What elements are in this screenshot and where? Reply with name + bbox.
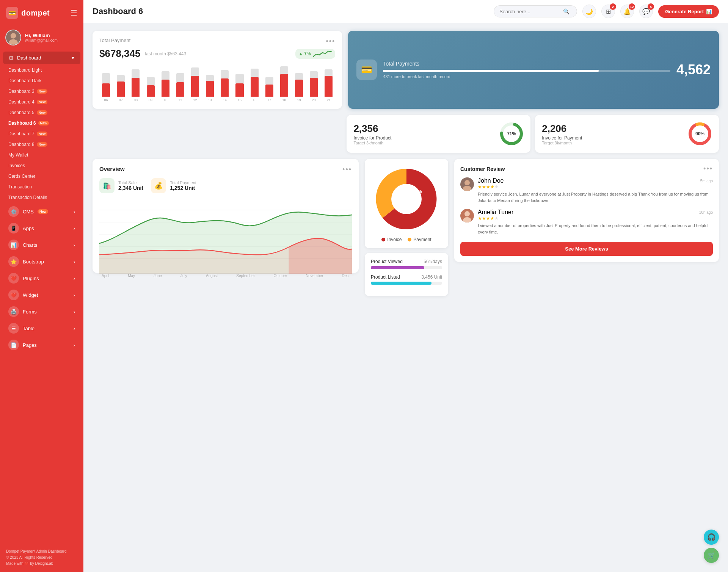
bar-group-2 <box>129 63 142 97</box>
sidebar-menu-pages[interactable]: 📄 Pages › <box>3 337 80 353</box>
footer-made-with: Made with ❤️ by DexignLab <box>6 561 77 567</box>
invoice-payment-sub: Target 3k/month <box>542 141 582 145</box>
amount-row: $678,345 last month $563,443 ▲ 7% <box>99 48 335 60</box>
nav-dashboard-label: Dashboard <box>17 55 41 61</box>
sidebar-item-dashboard-4[interactable]: Dashboard 4New <box>0 97 83 107</box>
product-viewed-fill <box>371 266 424 269</box>
nav-item-label: Dashboard 8 <box>8 142 35 147</box>
bar-label-13: 19 <box>292 98 306 102</box>
sidebar-menu-table[interactable]: ☰ Table › <box>3 320 80 336</box>
bar-red-11 <box>265 85 273 97</box>
product-listed-bar <box>371 282 442 285</box>
sidebar-menu-bootstrap[interactable]: ⭐ Bootstrap › <box>3 254 80 270</box>
support-float-button[interactable]: 🎧 <box>704 530 719 545</box>
theme-toggle-button[interactable]: 🌙 <box>582 5 596 18</box>
payment-dots-menu[interactable]: ••• <box>326 38 336 45</box>
sidebar-item-dashboard-dark[interactable]: Dashboard Dark <box>0 75 83 86</box>
svg-point-1 <box>11 33 16 38</box>
bar-red-10 <box>251 77 259 97</box>
sidebar-item-cards-center[interactable]: Cards Center <box>0 171 83 182</box>
chat-button[interactable]: 💬 5 <box>639 5 653 18</box>
hamburger-icon[interactable]: ☰ <box>71 8 77 17</box>
stat-payment-info: Total Payment 1,252 Unit <box>170 180 196 191</box>
bar-red-15 <box>325 76 333 97</box>
bar-red-9 <box>235 83 243 97</box>
sidebar-item-left: Dashboard 6New <box>8 121 49 126</box>
menu-left: 📊 Charts <box>8 240 37 250</box>
reviewer-text-1: Friendly service Josh, Lunar and everyon… <box>478 191 713 204</box>
footer-brand: Dompet Payment Admin Dashboard <box>6 548 77 555</box>
overview-card: Overview ••• 🛍️ Total Sale 2,346 Unit 💰 <box>93 159 359 273</box>
nav-item-label: Dashboard 7 <box>8 131 35 136</box>
sidebar-menu-cms[interactable]: ⚙️ CMS New › <box>3 204 80 219</box>
sidebar-item-dashboard-7[interactable]: Dashboard 7New <box>0 129 83 139</box>
sidebar-item-transaction-details[interactable]: Transaction Details <box>0 192 83 203</box>
invoice-payment-label: Invoice for Payment <box>542 135 582 141</box>
reviewer-name-1: John Doe <box>478 177 504 184</box>
product-viewed-value: 561/days <box>424 259 442 264</box>
badge-new: New <box>37 100 48 104</box>
invoice-payment-donut: 90% <box>688 122 712 146</box>
menu-icon: ❤️ <box>8 273 19 284</box>
sidebar-menu-charts[interactable]: 📊 Charts › <box>3 237 80 253</box>
sidebar-menu-widget[interactable]: ❤️ Widget › <box>3 287 80 303</box>
blue-stat-card: 💳 Total Payments 431 more to break last … <box>348 31 719 109</box>
user-profile: Hi, William william@gmail.com <box>0 26 83 51</box>
see-more-reviews-button[interactable]: See More Reviews <box>460 242 713 256</box>
sidebar-menu-plugins[interactable]: ❤️ Plugins › <box>3 270 80 286</box>
menu-icon: ❤️ <box>8 290 19 300</box>
menu-icon: ⭐ <box>8 256 19 267</box>
bar-label-12: 18 <box>278 98 291 102</box>
menu-icon: ⚙️ <box>8 206 19 217</box>
search-input[interactable] <box>499 9 560 14</box>
apps-button[interactable]: ⊞ 2 <box>601 5 615 18</box>
bar-red-3 <box>147 85 155 97</box>
sidebar-item-transaction[interactable]: Transaction <box>0 182 83 192</box>
reviewer-info-2: Amelia Tuner 10h ago ★★★★★ I viewed a nu… <box>478 209 713 235</box>
sidebar-item-left: Dashboard Dark <box>8 78 41 83</box>
bar-group-13 <box>292 63 306 97</box>
review-card: Customer Review ••• <box>454 159 719 262</box>
sidebar-item-invoices[interactable]: Invoices <box>0 160 83 171</box>
middle-column: 62% 38% Invoice Payment <box>365 159 448 296</box>
sidebar-item-dashboard-5[interactable]: Dashboard 5New <box>0 107 83 118</box>
product-listed-value: 3,456 Unit <box>421 274 442 280</box>
float-buttons: 🎧 🛒 <box>704 530 719 563</box>
legend-payment-dot <box>408 238 411 241</box>
nav-item-label: Transaction <box>8 184 32 190</box>
content: Total Payment ••• $678,345 last month $5… <box>83 23 728 572</box>
menu-arrow: › <box>74 292 75 298</box>
sidebar-menu-forms[interactable]: 🖨️ Forms › <box>3 304 80 320</box>
logo-icon: 💳 <box>6 7 18 19</box>
chat-badge: 5 <box>648 3 654 10</box>
legend-invoice-label: Invoice <box>387 237 402 242</box>
cart-float-button[interactable]: 🛒 <box>704 548 719 563</box>
overview-title: Overview <box>99 166 125 172</box>
bar-group-12 <box>278 63 291 97</box>
sidebar-item-dashboard-light[interactable]: Dashboard Light <box>0 65 83 75</box>
generate-report-button[interactable]: Generate Report 📊 <box>658 5 719 18</box>
badge-new: New <box>37 89 48 94</box>
sidebar-item-left: Dashboard 3New <box>8 89 47 94</box>
apps-badge: 2 <box>610 3 616 10</box>
sidebar-item-dashboard-8[interactable]: Dashboard 8New <box>0 139 83 150</box>
bell-button[interactable]: 🔔 12 <box>620 5 634 18</box>
sidebar-menu-apps[interactable]: 📱 Apps › <box>3 220 80 236</box>
stat-payment-icon: 💰 <box>151 178 166 193</box>
menu-left: ⚙️ CMS New <box>8 206 48 217</box>
invoice-product-pct: 71% <box>507 131 516 136</box>
menu-icon: 🖨️ <box>8 306 19 317</box>
sidebar-item-my-wallet[interactable]: My Wallet <box>0 150 83 160</box>
reviewer-info-1: John Doe 5m ago ★★★★★ Friendly service J… <box>478 177 713 204</box>
sidebar-item-dashboard-3[interactable]: Dashboard 3New <box>0 86 83 97</box>
stat-payment-value: 1,252 Unit <box>170 185 196 191</box>
nav-dashboard[interactable]: ⊞ Dashboard ▾ <box>3 52 80 64</box>
review-dots-menu[interactable]: ••• <box>703 165 713 173</box>
sidebar-item-dashboard-6[interactable]: Dashboard 6New <box>0 118 83 129</box>
nav-item-label: Transaction Details <box>8 195 47 200</box>
menu-left: ❤️ Widget <box>8 290 38 300</box>
legend-payment: Payment <box>408 237 431 242</box>
sidebar-item-left: Transaction Details <box>8 195 47 200</box>
overview-dots-menu[interactable]: ••• <box>342 166 352 174</box>
blue-card-progress-fill <box>383 70 598 72</box>
